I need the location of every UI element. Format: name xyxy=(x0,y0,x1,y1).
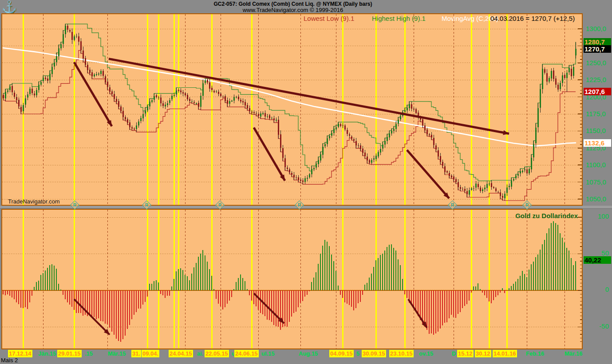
time-axis-label: 30.09.15 xyxy=(362,350,386,357)
legend-moving-avg[interactable]: MovingAvg (C,200) xyxy=(442,15,498,22)
indicator-panel[interactable] xyxy=(1,209,583,349)
price-badge-last-close: 1270,7 xyxy=(584,45,611,53)
time-axis-label: .15 xyxy=(85,350,93,357)
price-chart-canvas[interactable] xyxy=(2,14,582,205)
quote-readout: 04.03.2016 = 1270,7 (+12,5) xyxy=(490,15,575,22)
price-axis-label: 1050,0 xyxy=(586,196,611,203)
time-axis-label: 30.12 xyxy=(475,350,491,357)
time-axis-label: Feb.16 xyxy=(526,350,544,357)
time-axis-label: D xyxy=(452,350,456,357)
time-axis-label: 09.04. xyxy=(142,350,159,357)
indicator-value-badge: 40,22 xyxy=(584,256,611,264)
time-axis-label: ai. xyxy=(197,350,203,357)
watermark: TradeNavigator.com xyxy=(8,198,60,205)
time-axis-label: Jän.15 xyxy=(38,350,56,357)
indicator-chart-canvas[interactable] xyxy=(2,210,582,348)
time-axis-label: 23.10.15 xyxy=(389,350,414,357)
legend-lowest-low[interactable]: Lowest Low (9).1 xyxy=(304,15,354,22)
time-axis-label: Aug.15 xyxy=(299,350,318,357)
chart-title: GC2-057: Gold Comex (Comb) Cont Liq. @ N… xyxy=(0,1,586,7)
price-badge-lowest-low-value: 1207,6 xyxy=(584,88,611,95)
time-axis-label: 24.04.15 xyxy=(169,350,193,357)
time-axis-label: 17.12.14 xyxy=(8,350,32,357)
time-axis-label: 22.05.15 xyxy=(205,350,229,357)
price-axis-label: 1075,0 xyxy=(586,179,611,186)
time-axis-label: Mär.15 xyxy=(108,350,126,357)
time-axis-label: ov.15 xyxy=(419,350,433,357)
panel-splitter[interactable] xyxy=(0,206,612,209)
status-bar-symbol[interactable]: Mais 2 xyxy=(1,357,18,364)
indicator-axis-label: 50 xyxy=(584,250,609,257)
time-axis-label: 5 xyxy=(356,350,359,357)
time-axis-label: Mär.16 xyxy=(565,350,582,357)
time-axis-label: 15.12 xyxy=(457,350,474,357)
indicator-axis-label: 0 xyxy=(584,286,609,293)
main-price-panel[interactable] xyxy=(1,13,583,206)
chart-subtitle: www.TradeNavigator.com © 1999-2016 xyxy=(0,7,586,13)
time-axis-label: 14.01.16 xyxy=(493,350,517,357)
price-axis-label: 1175,0 xyxy=(586,110,611,117)
time-axis-label: ul.15 xyxy=(261,350,275,357)
price-axis-label: 1100,0 xyxy=(586,161,611,168)
time-axis-label: 04.09.15 xyxy=(329,350,354,357)
legend-highest-high[interactable]: Highest High (9).1 xyxy=(372,15,426,22)
price-axis-label: 1150,0 xyxy=(586,127,611,134)
price-axis-label: 1250,0 xyxy=(586,59,611,67)
time-axis-label: 29.01.15 xyxy=(57,350,82,357)
indicator-axis-label: -50 xyxy=(584,323,609,330)
indicator-title: Gold zu Dollarindex xyxy=(445,212,578,219)
price-badge-moving-average-value: 1132,6 xyxy=(584,139,611,147)
price-axis-label: 1300,0 xyxy=(586,25,611,32)
price-axis-label: 1225,0 xyxy=(586,76,611,83)
indicator-axis-label: 100 xyxy=(584,213,609,220)
time-axis-label: 24.06.15 xyxy=(234,350,259,357)
time-axis-label: 31. xyxy=(131,350,141,357)
